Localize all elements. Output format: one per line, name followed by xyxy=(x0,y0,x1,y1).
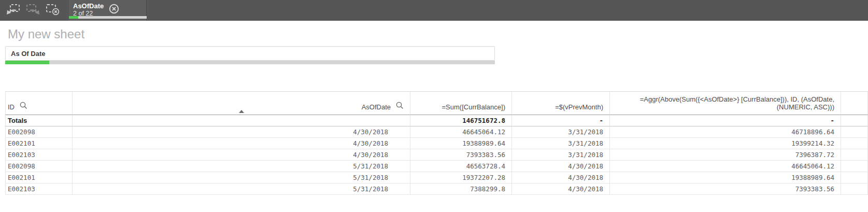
selection-field-name: AsOfDate xyxy=(73,2,104,10)
table-cell: 7393383.56 xyxy=(410,149,512,161)
table-cell: 4/30/2018 xyxy=(512,172,610,183)
totals-label: Totals xyxy=(5,115,73,126)
table-cell xyxy=(73,115,410,126)
clear-all-selections-button[interactable] xyxy=(42,0,62,21)
table-cell: 4/30/2018 xyxy=(512,183,610,195)
table-header-row: ID AsOfDate =Sum([CurrBalance]) =$(vP xyxy=(5,92,868,115)
undo-icon xyxy=(6,4,20,17)
column-header-empty xyxy=(841,92,868,115)
column-header-sum-currbalance[interactable]: =Sum([CurrBalance]) xyxy=(410,92,512,115)
table-row: E002103 5/31/2018 7388299.8 4/30/2018 73… xyxy=(5,183,868,195)
table-cell-id[interactable]: E002101 xyxy=(5,138,73,149)
search-icon[interactable] xyxy=(396,102,404,111)
redo-selection-button[interactable] xyxy=(23,0,42,21)
table-cell xyxy=(841,161,868,172)
sort-ascending-icon xyxy=(239,110,244,113)
table-cell xyxy=(841,138,868,149)
table-body: E002098 4/30/2018 46645064.12 3/31/2018 … xyxy=(5,126,868,195)
column-header-label: =$(vPrevMonth) xyxy=(555,103,603,111)
selections-toolbar: AsOfDate 2 of 22 xyxy=(0,0,868,21)
table-cell: 19399214.32 xyxy=(610,138,841,149)
totals-vprevmonth: - xyxy=(512,115,610,126)
filter-box[interactable]: As Of Date xyxy=(5,46,495,61)
column-header-aggr-expression[interactable]: =Aggr(Above(Sum({<AsOfDate>} [CurrBalanc… xyxy=(610,92,841,115)
selection-progress-fill xyxy=(69,16,78,19)
column-header-label: =Sum([CurrBalance]) xyxy=(442,103,505,111)
table-cell-id[interactable]: E002098 xyxy=(5,126,73,138)
totals-sum-currbalance: 146751672.8 xyxy=(410,115,512,126)
table-cell-id[interactable]: E002098 xyxy=(5,161,73,172)
table-cell-id[interactable]: E002103 xyxy=(5,149,73,161)
table-cell: 7388299.8 xyxy=(410,183,512,195)
clear-selections-icon xyxy=(46,4,60,17)
table-cell: 19388989.64 xyxy=(410,138,512,149)
table-cell: 3/31/2018 xyxy=(512,138,610,149)
table-row: E002101 5/31/2018 19372207.28 4/30/2018 … xyxy=(5,172,868,183)
table-cell-id[interactable]: E002101 xyxy=(5,172,73,183)
table-cell: 46645064.12 xyxy=(610,161,841,172)
circle-x-icon xyxy=(109,7,119,16)
column-header-id[interactable]: ID xyxy=(5,92,73,115)
table-row: E002098 4/30/2018 46645064.12 3/31/2018 … xyxy=(5,126,868,138)
table-cell xyxy=(841,115,868,126)
table-cell: 3/31/2018 xyxy=(512,126,610,138)
table-cell xyxy=(841,172,868,183)
table-cell: 4/30/2018 xyxy=(512,161,610,172)
column-header-label: AsOfDate xyxy=(362,103,391,111)
table-cell: 46718896.64 xyxy=(610,126,841,138)
selection-progress-bar xyxy=(69,16,147,19)
table-cell-asofdate[interactable]: 4/30/2018 xyxy=(73,138,410,149)
table-cell-id[interactable]: E002103 xyxy=(5,183,73,195)
table-cell-asofdate[interactable]: 5/31/2018 xyxy=(73,161,410,172)
straight-table: ID AsOfDate =Sum([CurrBalance]) =$(vP xyxy=(5,91,868,195)
table-cell-asofdate[interactable]: 4/30/2018 xyxy=(73,149,410,161)
totals-aggr: - xyxy=(610,115,841,126)
filter-selection-fill xyxy=(5,61,49,64)
clear-field-selection-button[interactable] xyxy=(109,4,119,14)
undo-selection-button[interactable] xyxy=(3,0,23,21)
table-cell: 19372207.28 xyxy=(410,172,512,183)
table-cell: 46563728.4 xyxy=(410,161,512,172)
column-header-label: ID xyxy=(8,103,15,111)
filter-pane-as-of-date[interactable]: As Of Date xyxy=(5,46,495,64)
column-header-asofdate[interactable]: AsOfDate xyxy=(73,92,410,115)
table-totals-row: Totals 146751672.8 - - xyxy=(5,115,868,126)
table-row: E002101 4/30/2018 19388989.64 3/31/2018 … xyxy=(5,138,868,149)
table-cell xyxy=(841,126,868,138)
table-cell xyxy=(841,183,868,195)
filter-selection-bar xyxy=(5,61,495,64)
selection-tab-asofdate[interactable]: AsOfDate 2 of 22 xyxy=(69,0,147,21)
table-cell: 3/31/2018 xyxy=(512,149,610,161)
search-icon[interactable] xyxy=(20,102,27,111)
table-cell-asofdate[interactable]: 4/30/2018 xyxy=(73,126,410,138)
table-cell: 7393383.56 xyxy=(610,183,841,195)
column-header-vprevmonth[interactable]: =$(vPrevMonth) xyxy=(512,92,610,115)
redo-icon xyxy=(26,4,40,17)
table-cell: 7396387.72 xyxy=(610,149,841,161)
table-cell-asofdate[interactable]: 5/31/2018 xyxy=(73,172,410,183)
table-cell xyxy=(841,149,868,161)
filter-label: As Of Date xyxy=(11,50,45,58)
table-row: E002103 4/30/2018 7393383.56 3/31/2018 7… xyxy=(5,149,868,161)
table-cell: 19388989.64 xyxy=(610,172,841,183)
table-row: E002098 5/31/2018 46563728.4 4/30/2018 4… xyxy=(5,161,868,172)
table-cell: 46645064.12 xyxy=(410,126,512,138)
sheet-title: My new sheet xyxy=(8,27,84,41)
column-header-label: =Aggr(Above(Sum({<AsOfDate>} [CurrBalanc… xyxy=(616,95,834,111)
table-cell-asofdate[interactable]: 5/31/2018 xyxy=(73,183,410,195)
